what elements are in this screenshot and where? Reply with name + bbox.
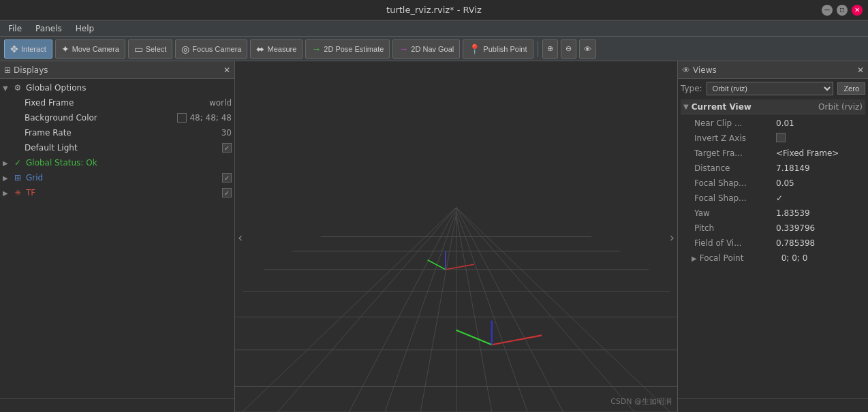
color-swatch	[177, 113, 187, 123]
add-icon: ⊕	[547, 44, 553, 53]
maximize-button[interactable]: □	[837, 5, 848, 16]
view-prop-invert-z[interactable]: Invert Z Axis	[681, 131, 865, 146]
publish-point-icon: 📍	[469, 44, 480, 54]
tree-item-default-light[interactable]: Default Light ✓	[0, 140, 234, 155]
tree-item-global-status[interactable]: ▶ ✓ Global Status: Ok	[0, 155, 234, 170]
tree-item-global-options[interactable]: ▼ ⚙ Global Options	[0, 80, 234, 95]
window-controls: ─ □ ✕	[822, 5, 863, 16]
interact-icon: ✥	[10, 44, 18, 54]
close-button[interactable]: ✕	[852, 5, 863, 16]
nav-goal-button[interactable]: → 2D Nav Goal	[392, 39, 460, 59]
minimize-button[interactable]: ─	[822, 5, 833, 16]
invert-z-checkbox[interactable]	[776, 133, 786, 142]
displays-icon: ⊞	[4, 65, 11, 75]
view-prop-near-clip[interactable]: Near Clip ... 0.01	[681, 116, 865, 131]
views-header: 👁 Views ✕	[678, 61, 868, 79]
tree-item-background-color[interactable]: Background Color 48; 48; 48	[0, 110, 234, 125]
menu-help[interactable]: Help	[70, 22, 99, 35]
menu-panels[interactable]: Panels	[30, 22, 67, 35]
views-panel: 👁 Views ✕ Type: Orbit (rviz) Zero ▼ Curr…	[677, 61, 868, 412]
viewport[interactable]: ‹ › CSDN @生如昭润	[235, 61, 677, 412]
grid-arrow: ▶	[3, 174, 12, 182]
tree-item-tf[interactable]: ▶ ✳ TF ✓	[0, 185, 234, 200]
menubar: File Panels Help	[0, 20, 868, 37]
view-prop-target-frame[interactable]: Target Fra... <Fixed Frame>	[681, 146, 865, 161]
select-button[interactable]: ▭ Select	[128, 39, 173, 59]
views-content: Type: Orbit (rviz) Zero ▼ Current View O…	[678, 79, 868, 398]
current-view-header: ▼ Current View Orbit (rviz)	[681, 99, 865, 114]
displays-title: ⊞ Displays	[4, 65, 48, 75]
views-zero-button[interactable]: Zero	[837, 82, 865, 95]
default-light-checkbox[interactable]: ✓	[222, 143, 232, 153]
remove-button[interactable]: ⊖	[561, 39, 576, 59]
views-icon: 👁	[682, 65, 690, 75]
view-prop-focal-point[interactable]: ▶ Focal Point 0; 0; 0	[681, 251, 865, 266]
view-prop-distance[interactable]: Distance 7.18149	[681, 161, 865, 176]
view-prop-focal-shape-size[interactable]: Focal Shap... 0.05	[681, 176, 865, 191]
tf-icon: ✳	[12, 187, 23, 198]
measure-icon: ⬌	[256, 44, 264, 54]
views-type-select[interactable]: Orbit (rviz)	[707, 82, 834, 95]
grid-checkbox[interactable]: ✓	[222, 173, 232, 183]
tree-item-frame-rate[interactable]: Frame Rate 30	[0, 125, 234, 140]
measure-button[interactable]: ⬌ Measure	[250, 39, 303, 59]
tf-checkbox[interactable]: ✓	[222, 188, 232, 197]
focus-camera-icon: ◎	[181, 44, 189, 54]
displays-content: ▼ ⚙ Global Options Fixed Frame world Bac…	[0, 79, 234, 398]
camera-icon: 👁	[584, 45, 591, 53]
tree-item-fixed-frame[interactable]: Fixed Frame world	[0, 95, 234, 110]
interact-button[interactable]: ✥ Interact	[4, 39, 52, 59]
focus-camera-button[interactable]: ◎ Focus Camera	[175, 39, 247, 59]
focal-point-arrow: ▶	[692, 255, 697, 262]
remove-icon: ⊖	[565, 44, 572, 53]
toolbar-separator	[538, 41, 538, 57]
main-layout: ⊞ Displays ✕ ▼ ⚙ Global Options Fixed Fr…	[0, 61, 868, 412]
view-prop-pitch[interactable]: Pitch 0.339796	[681, 221, 865, 236]
global-status-arrow: ▶	[3, 159, 12, 167]
move-camera-button[interactable]: ✦ Move Camera	[55, 39, 125, 59]
displays-panel: ⊞ Displays ✕ ▼ ⚙ Global Options Fixed Fr…	[0, 61, 235, 412]
watermark: CSDN @生如昭润	[610, 396, 672, 407]
displays-footer	[0, 398, 234, 412]
status-ok-icon: ✓	[12, 157, 23, 168]
views-type-row: Type: Orbit (rviz) Zero	[681, 82, 865, 95]
views-title: 👁 Views	[682, 65, 717, 75]
camera-type-button[interactable]: 👁	[579, 39, 596, 59]
window-title: turtle_rviz.rviz* - RViz	[46, 5, 822, 15]
tf-arrow: ▶	[3, 189, 12, 197]
views-close-button[interactable]: ✕	[857, 65, 864, 75]
nav-goal-icon: →	[399, 44, 408, 54]
select-icon: ▭	[134, 44, 143, 54]
current-view-arrow: ▼	[683, 103, 689, 110]
publish-point-button[interactable]: 📍 Publish Point	[463, 39, 533, 59]
view-prop-fov[interactable]: Field of Vi... 0.785398	[681, 236, 865, 251]
tree-item-grid[interactable]: ▶ ⊞ Grid ✓	[0, 170, 234, 185]
pose-estimate-icon: →	[311, 44, 321, 54]
displays-close-button[interactable]: ✕	[223, 65, 230, 75]
grid-icon: ⊞	[12, 172, 23, 183]
viewport-right-arrow[interactable]: ›	[670, 229, 675, 244]
toolbar: ✥ Interact ✦ Move Camera ▭ Select ◎ Focu…	[0, 37, 868, 61]
viewport-left-arrow[interactable]: ‹	[238, 229, 243, 244]
move-camera-icon: ✦	[61, 44, 69, 54]
titlebar: turtle_rviz.rviz* - RViz ─ □ ✕	[0, 0, 868, 20]
add-button[interactable]: ⊕	[542, 39, 558, 59]
views-footer	[678, 398, 868, 412]
menu-file[interactable]: File	[3, 22, 27, 35]
view-prop-yaw[interactable]: Yaw 1.83539	[681, 206, 865, 221]
view-prop-focal-shape-vis[interactable]: Focal Shap... ✓	[681, 191, 865, 206]
gear-icon: ⚙	[12, 82, 23, 93]
pose-estimate-button[interactable]: → 2D Pose Estimate	[305, 39, 390, 59]
displays-header: ⊞ Displays ✕	[0, 61, 234, 79]
global-options-arrow: ▼	[3, 84, 12, 92]
grid-visualization	[235, 61, 677, 412]
